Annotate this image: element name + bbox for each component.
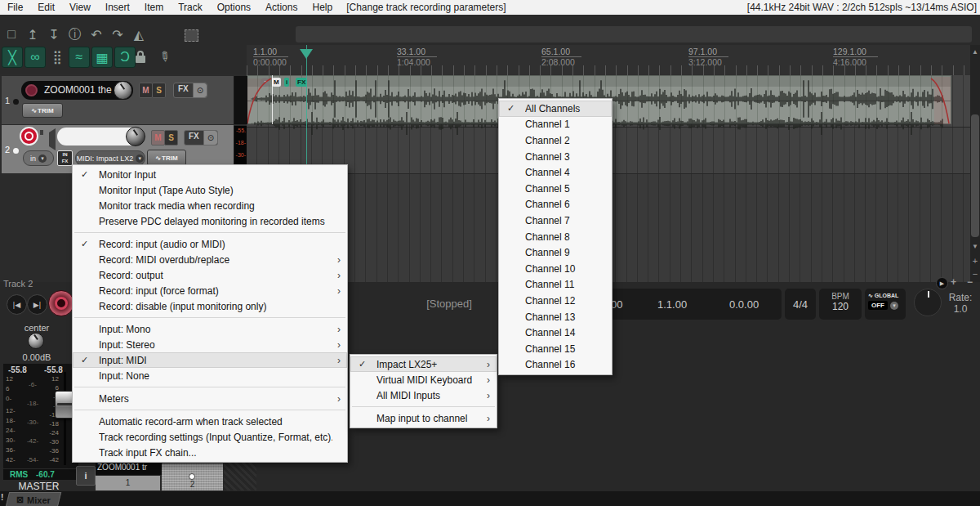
menu-item[interactable]: ✓ Channel 8 › xyxy=(499,229,612,245)
menu-item[interactable]: ✓ Channel 4 › xyxy=(499,164,612,181)
track2-trim-button[interactable]: ∿TRIM xyxy=(147,150,186,166)
track1-name-field[interactable]: ZOOM0001 the ch xyxy=(21,81,133,100)
global-off-value[interactable]: OFF xyxy=(868,301,888,310)
menu-item[interactable]: ✓ Channel 2 › xyxy=(499,132,612,149)
menu-item[interactable]: ✓ Channel 16 › xyxy=(499,357,612,374)
global-automation-box[interactable]: ∿ GLOBAL OFF ▾ xyxy=(865,289,906,320)
chevron-down-icon[interactable]: ▾ xyxy=(890,302,898,310)
menu-item[interactable]: ✓ › xyxy=(350,403,497,410)
menu-item[interactable]: ✓ Channel 11 › xyxy=(499,277,612,293)
mixer-strip-1[interactable]: 1 xyxy=(96,476,160,490)
track2-fx-button[interactable]: FX xyxy=(185,131,203,145)
undo-icon[interactable]: ↶ xyxy=(87,25,106,44)
menu-bar-item[interactable]: Track xyxy=(171,2,210,13)
menu-item[interactable]: ✓ Map input to channel › xyxy=(350,410,497,426)
menu-item[interactable]: ✓ › xyxy=(73,383,347,391)
menu-item[interactable]: ✓ Input: None › xyxy=(73,368,347,383)
new-project-icon[interactable]: □ xyxy=(2,25,21,44)
lock-icon[interactable] xyxy=(131,47,150,66)
track1-record-arm-icon[interactable] xyxy=(25,84,38,96)
menu-bar-item[interactable]: Options xyxy=(210,2,258,13)
menu-item[interactable]: ✓ Channel 7 › xyxy=(499,213,612,229)
time-signature-box[interactable]: 4/4 xyxy=(785,289,816,320)
go-to-start-button[interactable]: |◀ xyxy=(7,294,27,315)
transport-zoom-out-icon[interactable]: − xyxy=(967,276,973,288)
track1-mute-button[interactable]: M xyxy=(139,83,153,98)
play-cursor-marker[interactable] xyxy=(300,49,313,59)
strip2-arm-dot[interactable] xyxy=(189,473,195,480)
scroll-up-icon[interactable]: ▲ xyxy=(970,47,980,56)
track1-fx-button[interactable]: FX xyxy=(174,83,193,97)
mixer-strip-2[interactable]: 2 xyxy=(162,463,223,490)
menu-item[interactable]: ✓ Channel 5 › xyxy=(499,181,612,197)
menu-item[interactable]: ✓ Input: Mono › xyxy=(73,321,347,337)
master-pan-knob[interactable] xyxy=(28,333,44,349)
redo-icon[interactable]: ↷ xyxy=(108,25,127,44)
menu-item[interactable]: ✓ All Channels › xyxy=(499,101,612,117)
track2-name-field[interactable] xyxy=(57,128,145,146)
track1-trim-button[interactable]: ∿TRIM xyxy=(22,103,63,118)
menu-item[interactable]: ✓ Monitor Input › xyxy=(73,167,347,182)
menu-item[interactable]: ✓ Channel 14 › xyxy=(499,325,612,341)
menu-item[interactable]: ✓ Monitor track media when recording › xyxy=(73,198,347,213)
record-button[interactable] xyxy=(48,290,74,316)
track2-input-button[interactable]: in▾ xyxy=(23,150,54,166)
marquee-select-icon[interactable] xyxy=(185,29,198,42)
auto-crossfade-icon[interactable]: ╳ xyxy=(2,47,23,68)
track2-mute-button[interactable]: M xyxy=(151,130,165,146)
menu-bar-item[interactable]: Edit xyxy=(30,2,62,13)
menu-item[interactable]: ✓ Input: Stereo › xyxy=(73,337,347,352)
go-to-end-button[interactable]: ▶| xyxy=(27,294,47,315)
track2-fx-power-icon[interactable]: ⊙ xyxy=(203,131,217,145)
menu-bar-item[interactable]: Insert xyxy=(98,2,137,13)
menu-item[interactable]: ✓ Monitor Input (Tape Auto Style) › xyxy=(73,182,347,198)
menu-item[interactable]: ✓ Track input FX chain... › xyxy=(73,445,347,460)
track1-solo-button[interactable]: S xyxy=(152,83,166,98)
menu-item[interactable]: ✓ Track recording settings (Input Quanti… xyxy=(73,429,347,445)
menu-item[interactable]: ✓ Channel 13 › xyxy=(499,309,612,325)
play-mini-icon[interactable]: ▶ xyxy=(936,277,948,289)
menu-item[interactable]: ✓ Record: output › xyxy=(73,267,347,283)
master-volume-db[interactable]: 0.00dB xyxy=(0,352,74,362)
timeline-ruler[interactable]: 1.1.000:00.00033.1.001:04.00065.1.002:08… xyxy=(247,45,970,76)
track2-record-arm-icon[interactable] xyxy=(20,127,38,146)
menu-bar-item[interactable]: View xyxy=(62,2,98,13)
snap-grid-icon[interactable]: ▦ xyxy=(91,47,113,68)
track1-meter[interactable] xyxy=(234,76,247,124)
pencil-icon[interactable]: ✎ xyxy=(151,43,179,70)
menu-item[interactable]: ✓ Channel 1 › xyxy=(499,117,612,133)
menu-item[interactable]: ✓ Record: input (force format) › xyxy=(73,283,347,298)
menu-bar-item[interactable]: File xyxy=(0,2,30,13)
menu-item[interactable]: ✓ Record: MIDI overdub/replace › xyxy=(73,252,347,267)
open-project-icon[interactable]: ↥ xyxy=(23,25,42,44)
envelope-link-icon[interactable]: ≈ xyxy=(69,47,90,68)
arrange-vscrollbar[interactable]: ▲ ▼ + − xyxy=(970,45,980,282)
menu-item[interactable]: ✓ Channel 12 › xyxy=(499,293,612,309)
menu-item[interactable]: ✓ Virtual MIDI Keyboard › xyxy=(350,372,497,387)
menu-item[interactable]: ✓ Preserve PDC delayed monitoring in rec… xyxy=(73,213,347,229)
menu-bar-item[interactable]: Help xyxy=(305,2,340,13)
item-info-icon[interactable]: i xyxy=(284,78,289,87)
track1-arm-dot[interactable] xyxy=(13,99,19,105)
menu-item[interactable]: ✓ Channel 6 › xyxy=(499,197,612,213)
menu-item[interactable]: ✓ All MIDI Inputs › xyxy=(350,387,497,403)
docker-grid-icon[interactable]: ⣿ xyxy=(47,47,67,66)
track2-solo-button[interactable]: S xyxy=(164,130,178,146)
metronome-icon[interactable]: ◭ xyxy=(129,25,149,44)
bpm-box[interactable]: BPM 120 xyxy=(819,289,862,320)
menu-item[interactable]: ✓ Input: MIDI › xyxy=(73,352,347,368)
menu-bar-item[interactable]: Item xyxy=(137,2,171,13)
menu-item[interactable]: ✓ Record: input (audio or MIDI) › xyxy=(73,236,347,252)
menu-item[interactable]: ✓ Impact LX25+ › xyxy=(350,356,497,372)
menu-item[interactable]: ✓ › xyxy=(73,229,347,236)
track2-volume-knob[interactable] xyxy=(126,127,145,146)
menu-item[interactable]: ✓ Record: disable (input monitoring only… xyxy=(73,298,347,314)
save-project-icon[interactable]: ↧ xyxy=(44,25,64,44)
menu-bar-item[interactable]: Actions xyxy=(258,2,305,13)
dock-info-button[interactable]: i xyxy=(76,466,96,486)
zoom-in-icon[interactable]: + xyxy=(970,256,980,266)
item-grouping-icon[interactable]: ∞ xyxy=(24,47,46,68)
menu-item[interactable]: ✓ › xyxy=(73,406,347,414)
track1-panel[interactable]: 1 ZOOM0001 the ch M S FX ⊙ ∿TRIM xyxy=(2,76,234,124)
menu-item[interactable]: ✓ Channel 15 › xyxy=(499,341,612,357)
